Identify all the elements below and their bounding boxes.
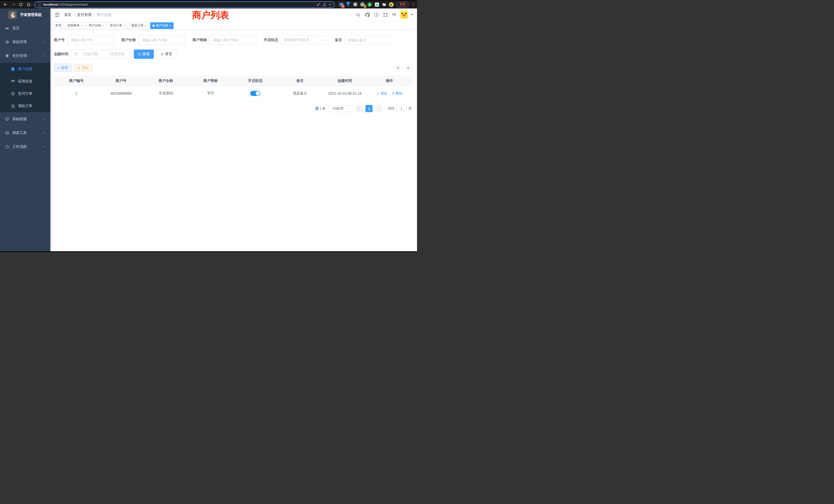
close-icon[interactable]: × [81,24,83,27]
cell-remark: 我是备注 [278,86,322,100]
export-button[interactable]: 导出 [74,64,92,72]
col-actions: 操作 [367,76,412,86]
app-logo-row: 🐇 芋道管理系统 [0,8,50,21]
search-button[interactable]: 搜索 [134,49,154,59]
browser-back-button[interactable] [2,2,9,8]
toggle-search-button[interactable] [394,64,402,72]
col-remark: 备注 [278,76,322,86]
extension-gem-icon[interactable] [346,2,351,7]
chrome-update-button[interactable]: 更新 [397,2,409,7]
close-icon[interactable]: × [145,24,147,27]
tag-home[interactable]: 首页 [53,22,64,29]
end-date-placeholder: 结束日期 [106,52,128,56]
col-merchant-no: 商户号 [98,76,143,86]
breadcrumb: 首页 / 支付管理 / 商户信息 [64,13,111,17]
status-select[interactable]: 请选择开启状态 [281,36,327,45]
calendar-icon [74,52,78,56]
tag-refund-order[interactable]: 退款订单 × [129,22,149,29]
fullscreen-icon[interactable] [383,13,388,17]
field-remark: 备注 [335,36,391,45]
browser-forward-button[interactable] [10,2,17,8]
dashboard-icon [4,26,10,30]
filter-row-2: 创建时间 开始日期 - 结束日期 搜索 [54,49,412,59]
reset-button[interactable]: 重置 [156,49,176,59]
browser-home-button[interactable] [25,2,32,8]
browser-reload-button[interactable] [18,2,24,8]
date-range-picker[interactable]: 开始日期 - 结束日期 [71,49,131,59]
sidebar-item-workflow[interactable]: 工作流程 [0,140,50,154]
toolbar-right [394,64,412,72]
tag-merchant-info[interactable]: 商户信息 × [150,22,174,29]
sidebar-item-system[interactable]: ⚙ 系统管理 [0,35,50,49]
extensions-puzzle-icon[interactable] [381,2,387,7]
sidebar-item-pay[interactable]: ¥ 支付管理 [0,49,50,63]
screenshot-root: i localhost:1024/pay/merchant ☆ 10 ⌘ 1 [0,0,417,252]
next-page-button[interactable]: › [375,105,382,112]
browser-profile-avatar[interactable] [389,2,394,7]
chevron-down-icon [322,39,325,42]
full-name-input[interactable] [139,36,185,45]
extension-chart-icon[interactable] [374,2,379,7]
status-toggle[interactable] [250,91,260,96]
extension-axure-icon[interactable]: 10 [338,2,343,7]
page-info-icon[interactable]: i [38,3,41,6]
pagination-goto: 前往 页 [388,105,412,112]
chevron-down-icon [43,117,46,121]
extension-command-icon[interactable]: ⌘ [353,2,358,7]
toolbox-icon [4,131,10,135]
field-short-name: 商户简称 [193,36,256,45]
sidebar-item-app-info[interactable]: 应用信息 [0,75,50,88]
bookmark-star-icon[interactable]: ☆ [328,2,332,7]
page-number-1[interactable]: 1 [366,105,373,112]
tag-user-group[interactable]: 用户分组 × [86,22,106,29]
goto-page-input[interactable] [396,105,407,112]
font-size-icon[interactable]: TT [392,13,396,17]
refresh-button[interactable] [404,64,412,72]
sidebar-collapse-icon[interactable] [54,12,60,18]
field-create-time: 创建时间 开始日期 - 结束日期 [54,49,131,59]
sidebar-item-devtools[interactable]: 研发工具 [0,126,50,140]
field-full-name: 商户全称 [122,36,185,45]
sidebar-item-pay-order[interactable]: 支付订单 [0,88,50,100]
avatar-caret-icon[interactable] [411,14,413,16]
prev-page-button[interactable]: ‹ [356,105,363,112]
address-bar[interactable]: i localhost:1024/pay/merchant ☆ [35,1,335,8]
breadcrumb-home[interactable]: 首页 [64,13,71,17]
breadcrumb-pay[interactable]: 支付管理 [77,13,91,17]
pencil-icon [377,92,380,95]
extension-y-icon[interactable]: y [367,2,372,7]
sidebar-item-infra[interactable]: 基础设施 [0,112,50,126]
tag-pay-order[interactable]: 支付订单 × [108,22,128,29]
close-icon[interactable]: × [124,24,125,27]
edit-link[interactable]: 修改 [377,91,387,96]
pay-submenu: 商户信息 应用信息 支付订单 [0,63,50,112]
merchant-table: 商户编号 商户号 商户全称 商户简称 开启状态 备注 创建时间 操作 1 [54,75,412,100]
user-avatar[interactable] [400,11,408,19]
close-icon[interactable]: × [102,24,104,27]
page-size-select[interactable]: 10条/页 [328,105,353,112]
chevron-up-icon [43,54,46,58]
browser-menu-icon[interactable] [411,3,415,6]
help-icon[interactable]: ? [374,13,379,17]
merchant-no-input[interactable] [68,36,114,45]
plus-icon: + [58,66,60,70]
share-icon[interactable] [323,3,326,7]
github-icon[interactable] [365,12,370,18]
search-icon[interactable] [356,13,360,17]
password-key-icon[interactable] [316,3,321,7]
short-name-input[interactable] [210,36,256,45]
close-icon[interactable]: × [170,24,171,27]
remark-input[interactable] [345,36,391,45]
sidebar-item-refund-order[interactable]: 退款订单 [0,100,50,112]
col-create-time: 创建时间 [323,76,367,86]
sidebar-item-home[interactable]: 首页 [0,21,50,35]
cell-create-time: 2021-10-23 08:31:14 [323,86,367,100]
add-button[interactable]: + 新增 [54,64,71,72]
tag-process-form[interactable]: 流程表单 × [65,22,85,29]
delete-link[interactable]: 删除 [392,91,402,96]
page-content: 商户号 商户全称 商户简称 开启状态 请选择开启状态 [50,30,417,112]
chevron-down-icon [43,145,46,148]
sidebar-item-merchant-info[interactable]: 商户信息 [0,63,50,75]
url-text: localhost:1024/pay/merchant [43,3,314,6]
extension-status-icon[interactable]: 1 [360,2,365,7]
